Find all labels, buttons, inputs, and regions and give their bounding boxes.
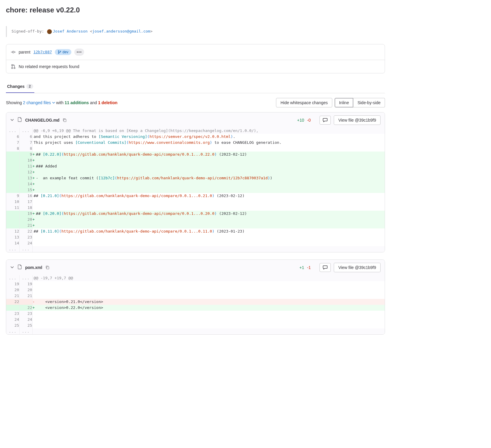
line-number-new[interactable]: 13 xyxy=(19,175,32,181)
toggle-comments-button[interactable] xyxy=(320,116,331,125)
line-number-new[interactable]: 20 xyxy=(19,287,32,293)
changed-files-dropdown[interactable]: 2 changed files xyxy=(23,100,56,105)
file-path[interactable]: CHANGELOG.md xyxy=(25,118,60,123)
line-number-old[interactable]: 12 xyxy=(6,228,19,234)
file-deletions: -0 xyxy=(307,118,311,123)
avatar xyxy=(47,29,52,34)
line-number-old[interactable] xyxy=(6,163,19,169)
branch-badge[interactable]: dev xyxy=(55,49,71,55)
line-number-new[interactable]: 19 xyxy=(19,211,32,217)
line-number-new[interactable]: ... xyxy=(19,246,32,252)
line-number-old[interactable] xyxy=(6,187,19,193)
author-link[interactable]: Josef Andersson xyxy=(53,29,87,33)
line-number-old[interactable] xyxy=(6,181,19,187)
line-number-new[interactable]: 8 xyxy=(19,146,32,152)
line-number-new[interactable]: 21 xyxy=(19,223,32,228)
code-line xyxy=(33,311,37,316)
line-number-old[interactable]: ... xyxy=(6,128,19,134)
line-number-old[interactable]: 23 xyxy=(6,311,19,317)
line-number-new[interactable]: ... xyxy=(19,128,32,134)
changes-count-badge: 2 xyxy=(26,84,33,89)
line-number-new[interactable]: 14 xyxy=(19,181,32,187)
line-number-new[interactable]: ... xyxy=(19,275,32,281)
inline-view-button[interactable]: Inline xyxy=(335,98,353,107)
parent-sha-link[interactable]: 12b7c887 xyxy=(33,50,52,54)
line-number-old[interactable]: 22 xyxy=(6,299,19,305)
line-number-old[interactable] xyxy=(6,305,19,311)
line-number-new[interactable]: 11 xyxy=(19,163,32,169)
line-number-old[interactable]: 13 xyxy=(6,234,19,240)
diff-row: 2323 xyxy=(6,311,385,317)
svg-point-5 xyxy=(60,51,61,52)
line-number-old[interactable]: 20 xyxy=(6,287,19,293)
file-path[interactable]: pom.xml xyxy=(25,265,42,270)
line-number-old[interactable] xyxy=(6,157,19,163)
line-number-new[interactable]: 9 xyxy=(19,152,32,157)
line-number-old[interactable]: 21 xyxy=(6,293,19,299)
line-number-old[interactable]: 24 xyxy=(6,317,19,323)
line-number-old[interactable]: 8 xyxy=(6,146,19,152)
tab-changes[interactable]: Changes 2 xyxy=(6,80,34,93)
line-number-new[interactable]: 17 xyxy=(19,199,32,205)
line-number-new[interactable]: 22 xyxy=(19,305,32,311)
line-number-new[interactable]: 7 xyxy=(19,140,32,146)
code-line xyxy=(33,329,37,333)
collapse-toggle[interactable] xyxy=(10,265,15,270)
diff-row: 77This project uses [Conventional Commit… xyxy=(6,140,385,146)
code-line: <version>0.21.0</version> xyxy=(35,299,106,304)
line-number-new[interactable]: 23 xyxy=(19,311,32,317)
line-number-new[interactable]: 18 xyxy=(19,205,32,211)
view-file-button[interactable]: View file @39c1b9f9 xyxy=(334,263,381,272)
diff-row: 1323 xyxy=(6,234,385,240)
line-number-old[interactable] xyxy=(6,169,19,175)
line-number-old[interactable] xyxy=(6,175,19,181)
line-number-old[interactable]: 10 xyxy=(6,199,19,205)
line-number-new[interactable]: 15 xyxy=(19,187,32,193)
line-number-new[interactable]: 25 xyxy=(19,323,32,328)
svg-point-6 xyxy=(12,65,13,66)
line-number-new[interactable]: 22 xyxy=(19,228,32,234)
line-number-old[interactable]: 25 xyxy=(6,323,19,328)
line-number-new[interactable]: 16 xyxy=(19,193,32,199)
line-number-new[interactable]: 23 xyxy=(19,234,32,240)
collapse-toggle[interactable] xyxy=(10,118,15,123)
copy-path-icon[interactable] xyxy=(45,265,49,270)
line-number-old[interactable] xyxy=(6,217,19,223)
diff-row: 21+ xyxy=(6,223,385,228)
line-number-new[interactable]: ... xyxy=(19,328,32,334)
line-number-new[interactable]: 24 xyxy=(19,240,32,246)
line-number-new[interactable]: 24 xyxy=(19,317,32,323)
line-number-new[interactable]: 10 xyxy=(19,157,32,163)
code-line: ### Added xyxy=(35,164,60,168)
line-number-old[interactable]: 6 xyxy=(6,134,19,140)
copy-path-icon[interactable] xyxy=(62,118,67,122)
code-line xyxy=(35,217,39,222)
line-number-old[interactable]: ... xyxy=(6,246,19,252)
line-number-old[interactable] xyxy=(6,152,19,157)
line-number-old[interactable]: ... xyxy=(6,328,19,334)
line-number-old[interactable]: 9 xyxy=(6,193,19,199)
line-number-old[interactable]: 14 xyxy=(6,240,19,246)
line-number-new[interactable]: 20 xyxy=(19,217,32,223)
line-number-new[interactable]: 19 xyxy=(19,281,32,287)
line-number-old[interactable]: 7 xyxy=(6,140,19,146)
side-by-side-view-button[interactable]: Side-by-side xyxy=(353,98,385,107)
line-number-old[interactable] xyxy=(6,211,19,217)
line-number-old[interactable]: ... xyxy=(6,275,19,281)
line-number-new[interactable] xyxy=(19,299,32,305)
line-number-old[interactable]: 19 xyxy=(6,281,19,287)
code-line xyxy=(33,205,37,210)
author-email-link[interactable]: josef.andersson@gmail.com xyxy=(92,29,150,33)
line-number-new[interactable]: 21 xyxy=(19,293,32,299)
line-number-old[interactable] xyxy=(6,223,19,228)
toggle-comments-button[interactable] xyxy=(320,263,331,272)
code-line xyxy=(35,223,39,228)
line-number-old[interactable]: 11 xyxy=(6,205,19,211)
view-file-button[interactable]: View file @39c1b9f9 xyxy=(334,115,381,125)
line-number-new[interactable]: 12 xyxy=(19,169,32,175)
file-additions: +1 xyxy=(299,265,304,270)
code-line xyxy=(33,317,37,322)
more-refs-button[interactable]: ••• xyxy=(74,49,84,56)
line-number-new[interactable]: 6 xyxy=(19,134,32,140)
hide-whitespace-button[interactable]: Hide whitespace changes xyxy=(276,98,332,107)
